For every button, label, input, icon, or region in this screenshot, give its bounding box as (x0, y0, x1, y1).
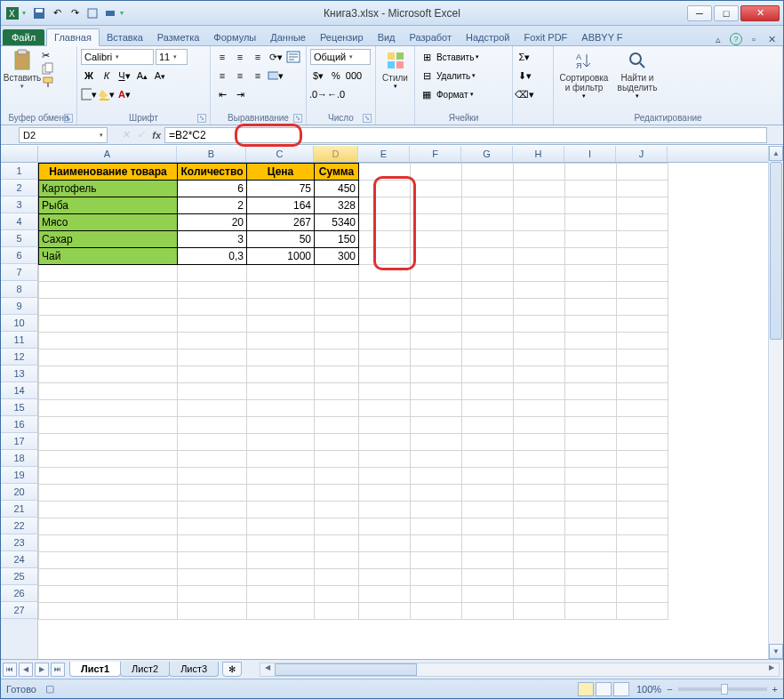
cell[interactable] (565, 265, 617, 282)
hscroll-left-icon[interactable]: ◀ (260, 663, 275, 676)
cell[interactable] (247, 603, 315, 620)
cell[interactable] (617, 248, 668, 265)
cell[interactable] (514, 282, 565, 299)
row-header[interactable]: 24 (1, 551, 37, 568)
cell[interactable] (462, 383, 514, 400)
macro-record-icon[interactable]: ▢ (45, 683, 54, 695)
cell[interactable] (462, 282, 514, 299)
cell[interactable] (617, 383, 668, 400)
cell[interactable] (514, 316, 565, 333)
cell[interactable] (411, 468, 462, 485)
zoom-out-icon[interactable]: − (667, 684, 672, 695)
cell[interactable] (565, 502, 617, 518)
qat-dropdown-icon[interactable]: ▾ (22, 9, 29, 17)
vertical-scrollbar[interactable]: ▲ ▼ (768, 146, 783, 659)
cell[interactable] (39, 265, 178, 282)
cell[interactable] (514, 383, 565, 400)
cell[interactable] (39, 434, 178, 451)
cell[interactable] (39, 350, 178, 366)
cell[interactable] (315, 299, 359, 316)
cell[interactable] (359, 502, 411, 518)
tab-Рецензир[interactable]: Рецензир (313, 29, 371, 45)
cell[interactable] (565, 299, 617, 316)
row-header[interactable]: 17 (1, 433, 37, 450)
row-header[interactable]: 8 (1, 281, 37, 298)
cell[interactable] (247, 485, 315, 502)
cell[interactable] (315, 586, 359, 603)
qat-extra-icon[interactable] (84, 5, 100, 21)
cell[interactable] (514, 535, 565, 552)
row-header[interactable]: 20 (1, 484, 37, 501)
cell[interactable] (178, 586, 247, 603)
font-dialog-icon[interactable]: ⤡ (197, 114, 206, 123)
sheet-tab[interactable]: Лист1 (69, 662, 121, 677)
cell[interactable] (247, 417, 315, 434)
cell[interactable] (39, 518, 178, 535)
row-header[interactable]: 9 (1, 298, 37, 315)
cell[interactable] (247, 552, 315, 569)
row-header[interactable]: 22 (1, 518, 37, 534)
cell[interactable] (411, 197, 462, 214)
cell[interactable] (565, 586, 617, 603)
cell[interactable] (359, 164, 411, 181)
cell[interactable] (514, 400, 565, 417)
cell[interactable] (315, 502, 359, 518)
cell[interactable] (617, 197, 668, 214)
cell[interactable] (315, 468, 359, 485)
cell[interactable] (565, 468, 617, 485)
cell[interactable] (462, 231, 514, 248)
cell[interactable] (39, 333, 178, 350)
cell[interactable] (178, 468, 247, 485)
cell[interactable] (514, 468, 565, 485)
cell[interactable] (39, 282, 178, 299)
dec-decimal-icon[interactable]: ←.0 (328, 86, 344, 102)
cell[interactable] (359, 350, 411, 366)
cell[interactable] (462, 569, 514, 586)
view-layout-icon[interactable] (596, 682, 612, 696)
cell[interactable] (359, 518, 411, 535)
cell[interactable] (617, 299, 668, 316)
cell[interactable] (359, 468, 411, 485)
cell[interactable] (178, 552, 247, 569)
cell[interactable] (39, 451, 178, 468)
hscroll-thumb[interactable] (275, 663, 417, 676)
cell[interactable] (462, 502, 514, 518)
cell[interactable] (462, 586, 514, 603)
cell[interactable] (39, 417, 178, 434)
qat-customize-icon[interactable]: ▾ (120, 9, 127, 17)
cell[interactable] (315, 518, 359, 535)
cell[interactable] (462, 400, 514, 417)
cell[interactable] (462, 333, 514, 350)
cell[interactable] (565, 451, 617, 468)
row-header[interactable]: 26 (1, 585, 37, 602)
cell[interactable]: Сумма (315, 164, 359, 181)
cell[interactable] (514, 502, 565, 518)
cell[interactable]: Рыба (39, 197, 178, 214)
cell[interactable] (565, 164, 617, 181)
redo-icon[interactable]: ↷ (67, 5, 83, 21)
delete-cells-icon[interactable]: ⊟ (419, 68, 435, 84)
cell[interactable] (178, 518, 247, 535)
cell[interactable] (565, 333, 617, 350)
cell[interactable] (565, 197, 617, 214)
tab-Вставка[interactable]: Вставка (100, 29, 150, 45)
window-restore-icon[interactable]: ▫ (748, 33, 760, 45)
worksheet-grid[interactable]: 1234567891011121314151617181920212223242… (1, 146, 783, 659)
close-button[interactable]: ✕ (740, 5, 780, 21)
cell[interactable]: 5340 (315, 214, 359, 231)
align-bot-icon[interactable]: ≡ (250, 49, 266, 65)
autosum-icon[interactable]: Σ▾ (516, 49, 532, 65)
cell[interactable] (514, 603, 565, 620)
row-header[interactable]: 18 (1, 450, 37, 467)
cancel-formula-icon[interactable]: ✕ (122, 129, 130, 141)
inc-decimal-icon[interactable]: .0→ (310, 86, 326, 102)
cell[interactable] (39, 485, 178, 502)
row-header[interactable]: 16 (1, 416, 37, 433)
cell[interactable] (411, 417, 462, 434)
cell[interactable] (247, 316, 315, 333)
cell[interactable] (514, 552, 565, 569)
format-cells-icon[interactable]: ▦ (419, 86, 435, 102)
cell[interactable] (462, 535, 514, 552)
cell[interactable] (514, 164, 565, 181)
cell[interactable] (514, 451, 565, 468)
